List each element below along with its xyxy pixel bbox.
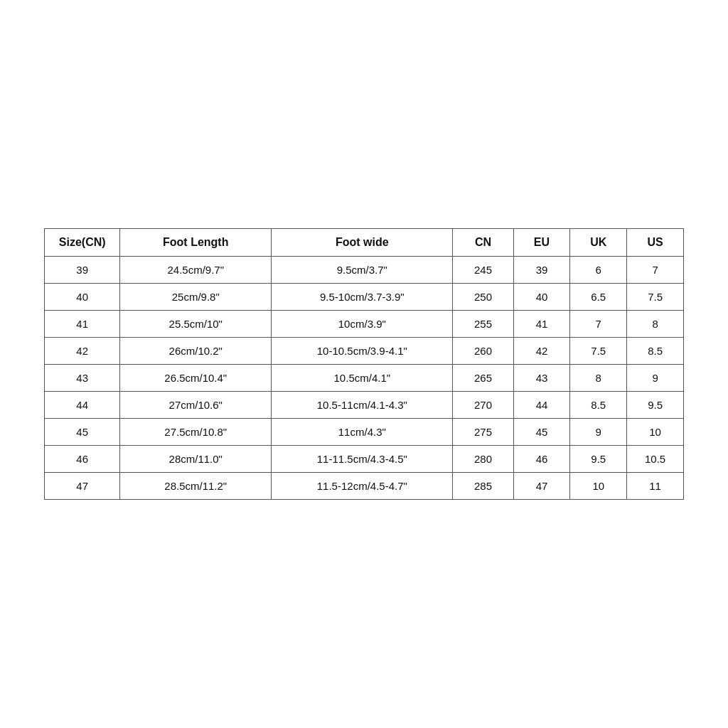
table-row: 4125.5cm/10"10cm/3.9"2554178: [45, 311, 684, 338]
cell-uk: 6: [570, 257, 627, 284]
cell-foot_wide: 11.5-12cm/4.5-4.7": [272, 473, 453, 500]
cell-foot_wide: 9.5cm/3.7": [272, 257, 453, 284]
table-row: 4527.5cm/10.8"11cm/4.3"27545910: [45, 419, 684, 446]
header-foot-wide: Foot wide: [272, 229, 453, 257]
cell-size_cn: 47: [45, 473, 120, 500]
cell-eu: 44: [513, 392, 570, 419]
table-row: 3924.5cm/9.7"9.5cm/3.7"2453967: [45, 257, 684, 284]
table-row: 4025cm/9.8"9.5-10cm/3.7-3.9"250406.57.5: [45, 284, 684, 311]
size-chart-table: Size(CN) Foot Length Foot wide CN EU UK …: [44, 228, 684, 500]
header-uk: UK: [570, 229, 627, 257]
cell-size_cn: 42: [45, 338, 120, 365]
cell-foot_length: 25.5cm/10": [120, 311, 272, 338]
cell-uk: 7: [570, 311, 627, 338]
cell-size_cn: 41: [45, 311, 120, 338]
cell-foot_wide: 10.5-11cm/4.1-4.3": [272, 392, 453, 419]
cell-size_cn: 40: [45, 284, 120, 311]
cell-us: 7.5: [627, 284, 684, 311]
cell-uk: 9: [570, 419, 627, 446]
header-us: US: [627, 229, 684, 257]
cell-us: 7: [627, 257, 684, 284]
cell-cn: 250: [453, 284, 513, 311]
cell-cn: 265: [453, 365, 513, 392]
cell-eu: 46: [513, 446, 570, 473]
cell-us: 8: [627, 311, 684, 338]
cell-size_cn: 43: [45, 365, 120, 392]
cell-foot_length: 28cm/11.0": [120, 446, 272, 473]
cell-foot_length: 28.5cm/11.2": [120, 473, 272, 500]
header-cn: CN: [453, 229, 513, 257]
cell-cn: 260: [453, 338, 513, 365]
cell-size_cn: 39: [45, 257, 120, 284]
cell-foot_wide: 10.5cm/4.1": [272, 365, 453, 392]
cell-foot_wide: 11cm/4.3": [272, 419, 453, 446]
cell-us: 10.5: [627, 446, 684, 473]
table-row: 4226cm/10.2"10-10.5cm/3.9-4.1"260427.58.…: [45, 338, 684, 365]
cell-foot_length: 24.5cm/9.7": [120, 257, 272, 284]
header-foot-length: Foot Length: [120, 229, 272, 257]
cell-foot_wide: 10-10.5cm/3.9-4.1": [272, 338, 453, 365]
cell-cn: 280: [453, 446, 513, 473]
cell-uk: 8: [570, 365, 627, 392]
table-row: 4628cm/11.0"11-11.5cm/4.3-4.5"280469.510…: [45, 446, 684, 473]
cell-us: 11: [627, 473, 684, 500]
cell-foot_wide: 11-11.5cm/4.3-4.5": [272, 446, 453, 473]
cell-foot_length: 26.5cm/10.4": [120, 365, 272, 392]
cell-uk: 9.5: [570, 446, 627, 473]
cell-foot_length: 27.5cm/10.8": [120, 419, 272, 446]
cell-cn: 255: [453, 311, 513, 338]
cell-foot_length: 27cm/10.6": [120, 392, 272, 419]
cell-cn: 285: [453, 473, 513, 500]
cell-foot_wide: 9.5-10cm/3.7-3.9": [272, 284, 453, 311]
header-eu: EU: [513, 229, 570, 257]
cell-foot_length: 26cm/10.2": [120, 338, 272, 365]
cell-eu: 47: [513, 473, 570, 500]
cell-eu: 42: [513, 338, 570, 365]
cell-uk: 8.5: [570, 392, 627, 419]
cell-us: 8.5: [627, 338, 684, 365]
cell-uk: 7.5: [570, 338, 627, 365]
cell-cn: 245: [453, 257, 513, 284]
table-header-row: Size(CN) Foot Length Foot wide CN EU UK …: [45, 229, 684, 257]
cell-foot_wide: 10cm/3.9": [272, 311, 453, 338]
cell-eu: 43: [513, 365, 570, 392]
cell-cn: 275: [453, 419, 513, 446]
cell-size_cn: 44: [45, 392, 120, 419]
cell-us: 10: [627, 419, 684, 446]
size-chart-container: Size(CN) Foot Length Foot wide CN EU UK …: [44, 228, 684, 500]
cell-eu: 45: [513, 419, 570, 446]
cell-us: 9: [627, 365, 684, 392]
cell-uk: 6.5: [570, 284, 627, 311]
cell-eu: 39: [513, 257, 570, 284]
cell-uk: 10: [570, 473, 627, 500]
cell-us: 9.5: [627, 392, 684, 419]
cell-eu: 40: [513, 284, 570, 311]
table-row: 4326.5cm/10.4"10.5cm/4.1"2654389: [45, 365, 684, 392]
table-row: 4728.5cm/11.2"11.5-12cm/4.5-4.7"28547101…: [45, 473, 684, 500]
cell-cn: 270: [453, 392, 513, 419]
cell-foot_length: 25cm/9.8": [120, 284, 272, 311]
cell-size_cn: 45: [45, 419, 120, 446]
table-row: 4427cm/10.6"10.5-11cm/4.1-4.3"270448.59.…: [45, 392, 684, 419]
header-size-cn: Size(CN): [45, 229, 120, 257]
cell-size_cn: 46: [45, 446, 120, 473]
cell-eu: 41: [513, 311, 570, 338]
